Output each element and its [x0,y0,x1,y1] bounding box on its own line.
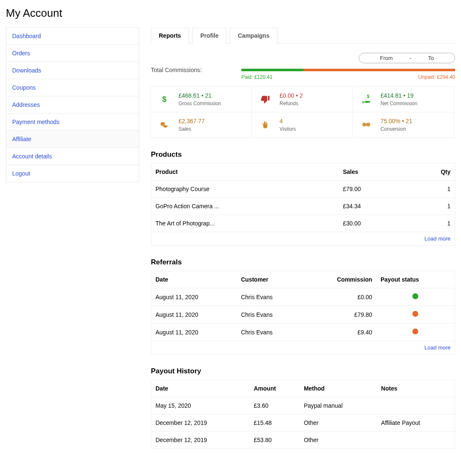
product-sales: £30.00 [339,215,407,232]
payout-date: December 12, 2019 [151,432,250,449]
sidebar-item-payment-methods[interactable]: Payment methods [6,114,139,131]
stat-label: Conversion [381,126,412,132]
products-load-more[interactable]: Load more [151,232,455,246]
payout-th-method: Method [300,380,377,397]
status-dot-icon [412,329,418,334]
payout-th-date: Date [151,380,250,397]
stat-value: 4 [280,118,296,124]
referral-date: August 11, 2020 [151,306,237,323]
daterange-from: From [380,55,393,61]
payout-date: December 12, 2019 [151,414,250,432]
svg-text:$: $ [367,95,370,99]
products-th-sales: Sales [339,163,407,181]
payout-table: Date Amount Method Notes May 15, 2020£3.… [151,380,455,449]
sidebar-item-orders[interactable]: Orders [6,45,139,62]
referral-status [376,288,455,306]
referral-date: August 11, 2020 [151,288,237,306]
stat-card-visitors: 4Visitors [251,112,353,138]
product-name: GoPro Action Camera ... [151,198,339,215]
sidebar-item-coupons[interactable]: Coupons [6,79,139,96]
table-row: The Art of Photograp...£30.001 [151,215,455,232]
page-title: My Account [6,7,455,20]
table-row: GoPro Action Camera ...£34.341 [151,198,455,215]
daterange-picker[interactable]: From - To [359,53,455,63]
product-name: The Art of Photograp... [151,215,339,232]
stat-label: Sales [179,126,205,132]
stat-value: £468.61 • 21 [179,92,221,99]
sidebar-item-account-details[interactable]: Account details [6,148,139,165]
referrals-th-commission: Commission [303,271,376,288]
coins-icon [156,116,173,133]
products-th-product: Product [151,163,339,181]
commissions-unpaid-text: Unpaid: £294.40 [418,74,455,80]
stat-label: Gross Commission [179,101,221,106]
payout-amount: £15.48 [249,414,299,432]
payout-notes [377,432,455,449]
stat-value: £0.00 • 2 [280,92,303,99]
referrals-load-more[interactable]: Load more [151,341,455,354]
product-qty: 1 [407,198,455,215]
stat-label: Net Commission [381,101,417,106]
product-qty: 1 [407,215,455,232]
referral-commission: £9.40 [303,323,376,341]
thumbdown-icon [257,91,274,108]
table-row: May 15, 2020£3.60Paypal manual [151,397,455,414]
table-row: August 11, 2020Chris Evans£79.80 [151,306,455,323]
tab-profile[interactable]: Profile [192,28,227,44]
stat-label: Refunds [280,101,303,106]
products-th-qty: Qty [407,163,455,181]
sidebar-item-affiliate[interactable]: Affiliate [6,131,139,148]
daterange-sep: - [409,55,411,61]
payout-date: May 15, 2020 [151,397,250,414]
referrals-th-date: Date [151,271,237,288]
table-row: Photography Course£79.001 [151,181,455,198]
daterange-to: To [428,55,434,61]
sidebar-item-downloads[interactable]: Downloads [6,62,139,79]
referral-date: August 11, 2020 [151,323,237,341]
referrals-title: Referrals [151,258,455,266]
payout-method: Other [300,414,377,432]
payout-method: Paypal manual [300,397,377,414]
table-row: August 11, 2020Chris Evans£0.00 [151,288,455,306]
sidebar: DashboardOrdersDownloadsCouponsAddresses… [6,27,139,449]
stat-card-conversion: 75.00% • 21Conversion [352,112,454,138]
payout-amount: £3.60 [249,397,299,414]
referral-commission: £79.80 [303,306,376,323]
handshake-icon [358,116,375,133]
referral-status [376,306,455,323]
payout-title: Payout History [151,367,455,375]
payout-th-amount: Amount [249,380,299,397]
tab-campaigns[interactable]: Campaigns [230,28,277,44]
referral-customer: Chris Evans [237,306,303,323]
products-table: Product Sales Qty Photography Course£79.… [151,163,455,246]
sidebar-item-dashboard[interactable]: Dashboard [6,28,139,45]
dollar-icon: $ [156,91,173,108]
product-sales: £34.34 [339,198,407,215]
sidebar-item-addresses[interactable]: Addresses [6,96,139,114]
referral-status [376,323,455,341]
table-row: December 12, 2019£15.48OtherAffiliate Pa… [151,414,455,432]
total-commissions-label: Total Commissions: [151,67,235,73]
handdollar-icon: $ [358,91,375,108]
stat-card-refunds: £0.00 • 2Refunds [251,86,353,112]
stat-grid: $£468.61 • 21Gross Commission£0.00 • 2Re… [151,87,455,138]
referrals-table: Date Customer Commission Payout status A… [151,271,455,354]
product-sales: £79.00 [339,181,407,198]
payout-amount: £53.80 [249,432,299,449]
commissions-bar-paid [241,69,303,71]
tab-reports[interactable]: Reports [151,28,189,44]
stat-value: £2,367.77 [179,118,205,124]
status-dot-icon [412,293,418,299]
sidebar-item-logout[interactable]: Logout [6,165,139,182]
payout-method: Other [300,432,377,449]
hand-icon [257,116,274,133]
commissions-paid-text: Paid: £120.41 [241,74,272,80]
status-dot-icon [412,311,418,317]
referral-commission: £0.00 [303,288,376,306]
payout-th-notes: Notes [377,380,455,397]
products-title: Products [151,150,455,159]
stat-card-gross-commission: $£468.61 • 21Gross Commission [150,86,252,112]
svg-point-4 [163,125,168,128]
commissions-bar [241,69,455,71]
referral-customer: Chris Evans [237,288,303,306]
